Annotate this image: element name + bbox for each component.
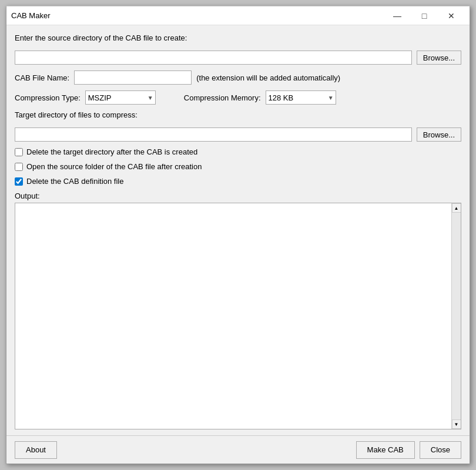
cab-name-row: CAB File Name: (the extension will be ad… — [15, 70, 461, 85]
source-label: Enter the source directory of the CAB fi… — [15, 33, 461, 42]
output-label: Output: — [15, 192, 461, 200]
output-area-wrapper: ▲ ▼ — [15, 203, 461, 429]
source-directory-input[interactable] — [15, 51, 412, 65]
close-window-button[interactable]: ✕ — [438, 6, 465, 25]
target-row: Browse... — [15, 127, 461, 142]
make-cab-button[interactable]: Make CAB — [356, 441, 415, 459]
compression-row: Compression Type: MSZIP LZX None ▼ Compr… — [15, 90, 461, 105]
compression-memory-select[interactable]: 64 KB 128 KB 256 KB 512 KB 1 MB 2 MB — [266, 90, 336, 105]
cab-name-hint: (the extension will be added automatical… — [196, 73, 340, 82]
delete-target-label[interactable]: Delete the target directory after the CA… — [26, 147, 197, 156]
source-row: Browse... — [15, 51, 461, 65]
window-controls: — □ ✕ — [384, 6, 465, 25]
delete-definition-file-checkbox[interactable] — [15, 177, 23, 186]
browse-source-button[interactable]: Browse... — [417, 51, 461, 65]
checkbox2-row: Open the source folder of the CAB file a… — [15, 162, 461, 171]
open-source-folder-checkbox[interactable] — [15, 163, 23, 171]
delete-target-checkbox[interactable] — [15, 148, 23, 156]
delete-definition-file-label[interactable]: Delete the CAB definition file — [26, 177, 123, 186]
about-button[interactable]: About — [15, 441, 57, 459]
footer-right: Make CAB Close — [356, 441, 461, 459]
output-section: Output: ▲ ▼ — [15, 192, 461, 429]
titlebar: CAB Maker — □ ✕ — [6, 6, 470, 25]
scroll-track[interactable] — [452, 213, 461, 419]
compression-type-label: Compression Type: — [15, 93, 81, 102]
scroll-down-icon[interactable]: ▼ — [452, 419, 461, 429]
output-textarea[interactable] — [15, 203, 451, 429]
main-content: Enter the source directory of the CAB fi… — [6, 25, 470, 435]
compression-memory-wrapper: 64 KB 128 KB 256 KB 512 KB 1 MB 2 MB ▼ — [266, 90, 336, 105]
checkbox1-row: Delete the target directory after the CA… — [15, 147, 461, 156]
target-directory-input[interactable] — [15, 127, 412, 142]
checkbox3-row: Delete the CAB definition file — [15, 177, 461, 186]
scroll-up-icon[interactable]: ▲ — [452, 203, 461, 213]
target-label: Target directory of files to compress: — [15, 110, 461, 119]
compression-type-select[interactable]: MSZIP LZX None — [85, 90, 156, 105]
cab-name-label: CAB File Name: — [15, 73, 69, 82]
footer: About Make CAB Close — [6, 435, 470, 464]
browse-target-button[interactable]: Browse... — [417, 127, 461, 142]
compression-type-wrapper: MSZIP LZX None ▼ — [85, 90, 156, 105]
close-button[interactable]: Close — [420, 441, 461, 459]
compression-memory-label: Compression Memory: — [184, 93, 261, 102]
maximize-button[interactable]: □ — [411, 6, 438, 25]
main-window: CAB Maker — □ ✕ Enter the source directo… — [6, 6, 470, 464]
output-scrollbar: ▲ ▼ — [451, 203, 461, 429]
cab-name-input[interactable] — [74, 70, 192, 85]
window-title: CAB Maker — [11, 11, 384, 20]
minimize-button[interactable]: — — [384, 6, 411, 25]
footer-left: About — [15, 441, 356, 459]
open-source-folder-label[interactable]: Open the source folder of the CAB file a… — [26, 162, 202, 171]
